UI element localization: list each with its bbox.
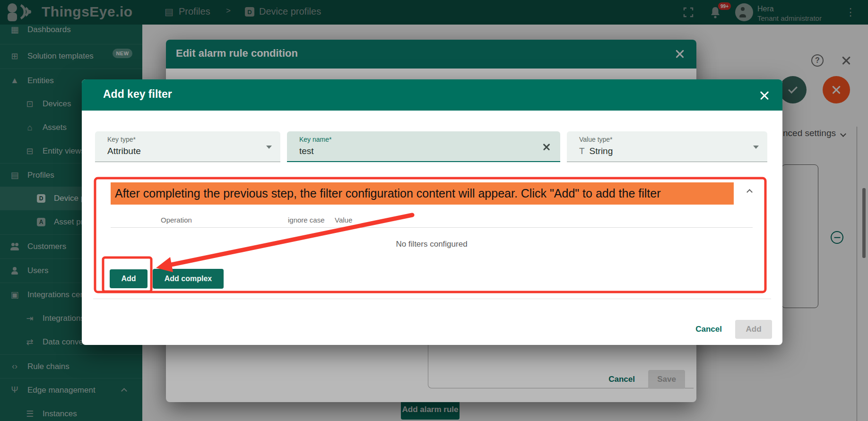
text-type-icon: T bbox=[579, 146, 585, 156]
footer-divider bbox=[93, 299, 771, 299]
screen: ? nced settings Add alarm rule ▦ Dashboa… bbox=[0, 0, 868, 421]
close-modal-icon[interactable] bbox=[759, 90, 770, 101]
value-type-value: TString bbox=[579, 146, 613, 156]
key-type-value: Attribute bbox=[107, 146, 141, 156]
column-header-ignore-case: ignore case bbox=[288, 216, 325, 224]
column-header-operation: Operation bbox=[161, 216, 192, 224]
key-type-label: Key type* bbox=[107, 136, 136, 143]
value-type-label: Value type* bbox=[579, 136, 613, 143]
collapse-panel-icon[interactable] bbox=[746, 189, 753, 195]
tutorial-highlight-text: After completing the previous step, the … bbox=[111, 182, 734, 205]
dropdown-arrow-icon[interactable] bbox=[266, 146, 272, 149]
cancel-button[interactable]: Cancel bbox=[695, 325, 722, 334]
dropdown-arrow-icon[interactable] bbox=[753, 146, 759, 149]
add-filter-button[interactable]: Add bbox=[110, 269, 148, 288]
table-divider bbox=[111, 227, 753, 228]
add-button[interactable]: Add bbox=[735, 320, 772, 339]
column-header-value: Value bbox=[335, 216, 352, 224]
add-key-filter-modal: Add key filter Key type* Attribute Key n… bbox=[82, 79, 782, 345]
value-type-select[interactable]: Value type* TString bbox=[567, 131, 767, 162]
no-filters-text: No filters configured bbox=[396, 240, 467, 249]
key-type-select[interactable]: Key type* Attribute bbox=[95, 131, 280, 162]
value-type-text: String bbox=[590, 146, 613, 156]
add-complex-filter-button[interactable]: Add complex bbox=[153, 269, 224, 289]
modal-title: Add key filter bbox=[103, 88, 172, 101]
key-name-value: test bbox=[299, 146, 314, 156]
key-name-input[interactable]: Key name* test bbox=[287, 131, 560, 162]
clear-input-icon[interactable] bbox=[542, 143, 551, 151]
modal-header: Add key filter bbox=[82, 79, 782, 111]
key-name-label: Key name* bbox=[299, 136, 331, 143]
modal-footer: Cancel Add bbox=[695, 320, 772, 339]
